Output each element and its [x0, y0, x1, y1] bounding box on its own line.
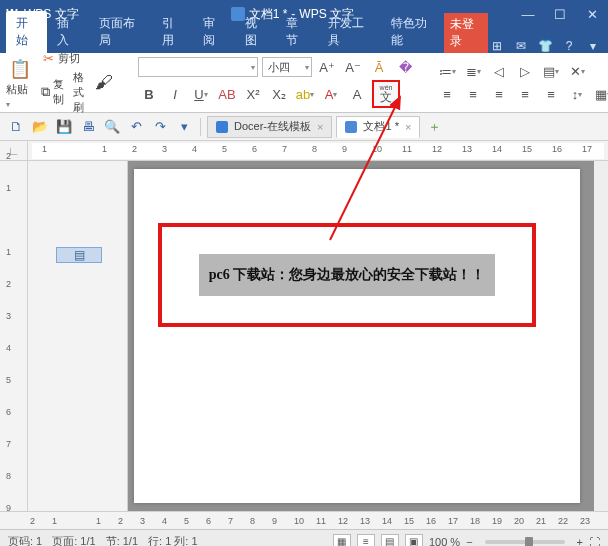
- copy-icon: ⧉: [40, 84, 51, 100]
- view-web-button[interactable]: ▤: [381, 534, 399, 547]
- strike-button[interactable]: AB: [216, 84, 238, 104]
- nav-thumbnail[interactable]: ▤: [56, 247, 102, 263]
- new-tab-button[interactable]: ＋: [424, 117, 444, 137]
- tab-layout[interactable]: 页面布局: [89, 11, 152, 53]
- paste-label: 粘贴: [6, 82, 34, 109]
- bottom-ruler: 211234567891011121314151617181920212223: [0, 511, 608, 529]
- undo-button[interactable]: ↶: [126, 117, 146, 137]
- bold-button[interactable]: B: [138, 84, 160, 104]
- number-list-button[interactable]: ≣: [462, 61, 484, 81]
- selected-text[interactable]: pc6 下载站：您身边最放心的安全下载站！！: [199, 254, 496, 296]
- document-page[interactable]: pc6 下载站：您身边最放心的安全下载站！！: [134, 169, 580, 503]
- asian-layout-button[interactable]: ✕: [566, 61, 588, 81]
- align-center-button[interactable]: ≡: [488, 84, 510, 104]
- print-preview-button[interactable]: 🔍: [102, 117, 122, 137]
- print-button[interactable]: 🖶: [78, 117, 98, 137]
- tab-start[interactable]: 开始: [6, 11, 47, 53]
- skin-icon[interactable]: ⊞: [488, 39, 506, 53]
- align-left-button[interactable]: ≡: [462, 84, 484, 104]
- zoom-slider[interactable]: [485, 540, 565, 544]
- ribbon: 📋 粘贴 ✂剪切 ⧉复制 格式刷 🖌 小四 A⁺ A⁻ Ā � B I U AB…: [0, 53, 608, 113]
- tab-dev[interactable]: 开发工具: [318, 11, 381, 53]
- font-name-select[interactable]: [138, 57, 258, 77]
- annotation-box: pc6 下载站：您身边最放心的安全下载站！！: [158, 223, 536, 327]
- ruler-corner[interactable]: ∟: [0, 141, 28, 161]
- tab-feature[interactable]: 特色功能: [381, 11, 444, 53]
- cut-button[interactable]: ✂剪切: [40, 51, 84, 67]
- docer-tab[interactable]: Docer-在线模板 ×: [207, 116, 332, 138]
- bullet-list-button[interactable]: ≔: [436, 61, 458, 81]
- new-button[interactable]: 🗋: [6, 117, 26, 137]
- doc1-tab[interactable]: 文档1 * ×: [336, 116, 420, 138]
- menu-down-icon[interactable]: ▾: [584, 39, 602, 53]
- vertical-scrollbar[interactable]: [594, 161, 608, 511]
- underline-button[interactable]: U: [190, 84, 212, 104]
- brush-icon: 🖌: [90, 70, 118, 96]
- view-print-button[interactable]: ▦: [333, 534, 351, 547]
- vertical-ruler[interactable]: 21123456789: [0, 161, 28, 511]
- change-case-button[interactable]: Ā: [368, 57, 390, 77]
- doc-tab-icon: [345, 121, 357, 133]
- tab-view[interactable]: 视图: [235, 11, 276, 53]
- tab-review[interactable]: 审阅: [193, 11, 234, 53]
- login-button[interactable]: 未登录: [444, 13, 488, 53]
- status-pos[interactable]: 行: 1 列: 1: [148, 534, 198, 546]
- tab-section[interactable]: 章节: [276, 11, 317, 53]
- zoom-out-button[interactable]: −: [466, 536, 472, 547]
- docer-icon: [216, 121, 228, 133]
- qat-more-button[interactable]: ▾: [174, 117, 194, 137]
- text-direction-button[interactable]: ▤: [540, 61, 562, 81]
- superscript-button[interactable]: X²: [242, 84, 264, 104]
- paste-button[interactable]: 📋 粘贴: [6, 56, 34, 109]
- fullscreen-button[interactable]: ⛶: [589, 536, 600, 547]
- subscript-button[interactable]: X₂: [268, 84, 290, 104]
- italic-button[interactable]: I: [164, 84, 186, 104]
- shrink-font-button[interactable]: A⁻: [342, 57, 364, 77]
- increase-indent-button[interactable]: ▷: [514, 61, 536, 81]
- window-minimize-button[interactable]: —: [516, 4, 540, 24]
- shirt-icon[interactable]: 👕: [536, 39, 554, 53]
- font-color-button[interactable]: A: [320, 84, 342, 104]
- save-button[interactable]: 💾: [54, 117, 74, 137]
- zoom-in-button[interactable]: +: [577, 536, 583, 547]
- window-maximize-button[interactable]: ☐: [548, 4, 572, 24]
- zoom-value[interactable]: 100 %: [429, 536, 460, 547]
- nav-pane[interactable]: ▤: [28, 161, 128, 511]
- open-button[interactable]: 📂: [30, 117, 50, 137]
- shading-button[interactable]: ▦: [592, 84, 608, 104]
- status-pages[interactable]: 页面: 1/1: [52, 534, 95, 546]
- align-justify-both-button[interactable]: ≡: [436, 84, 458, 104]
- doc1-close-icon[interactable]: ×: [405, 121, 411, 133]
- docer-label: Docer-在线模板: [234, 119, 311, 134]
- copy-button[interactable]: ⧉复制: [40, 77, 69, 107]
- format-painter-button[interactable]: 格式刷: [73, 70, 84, 115]
- char-shading-button[interactable]: A: [346, 84, 368, 104]
- highlight-button[interactable]: ab: [294, 84, 316, 104]
- menu-bar: 开始 插入 页面布局 引用 审阅 视图 章节 开发工具 特色功能 未登录 ⊞ ✉…: [0, 28, 608, 53]
- horizontal-ruler[interactable]: 21123456789101112131415161718: [32, 143, 604, 159]
- line-spacing-button[interactable]: ↕: [566, 84, 588, 104]
- tab-insert[interactable]: 插入: [47, 11, 88, 53]
- clear-format-button[interactable]: �: [394, 57, 416, 77]
- help-icon[interactable]: ?: [560, 39, 578, 53]
- window-close-button[interactable]: ✕: [580, 4, 604, 24]
- feedback-icon[interactable]: ✉: [512, 39, 530, 53]
- grow-font-button[interactable]: A⁺: [316, 57, 338, 77]
- status-section[interactable]: 节: 1/1: [106, 534, 138, 546]
- view-outline-button[interactable]: ≡: [357, 534, 375, 547]
- status-bar: 页码: 1 页面: 1/1 节: 1/1 行: 1 列: 1 ▦ ≡ ▤ ▣ 1…: [0, 529, 608, 546]
- format-painter-big-button[interactable]: 🖌: [90, 70, 118, 96]
- font-size-select[interactable]: 小四: [262, 57, 312, 77]
- redo-button[interactable]: ↷: [150, 117, 170, 137]
- status-page[interactable]: 页码: 1: [8, 534, 42, 546]
- align-distribute-button[interactable]: ≡: [540, 84, 562, 104]
- phonetic-guide-button[interactable]: wén文: [372, 80, 400, 108]
- quick-access-toolbar: 🗋 📂 💾 🖶 🔍 ↶ ↷ ▾ Docer-在线模板 × 文档1 * × ＋: [0, 113, 608, 141]
- decrease-indent-button[interactable]: ◁: [488, 61, 510, 81]
- align-right-button[interactable]: ≡: [514, 84, 536, 104]
- docer-close-icon[interactable]: ×: [317, 121, 323, 133]
- work-area: 21123456789 ▤ pc6 下载站：您身边最放心的安全下载站！！: [0, 161, 608, 511]
- view-read-button[interactable]: ▣: [405, 534, 423, 547]
- tab-reference[interactable]: 引用: [152, 11, 193, 53]
- doc1-label: 文档1 *: [363, 119, 398, 134]
